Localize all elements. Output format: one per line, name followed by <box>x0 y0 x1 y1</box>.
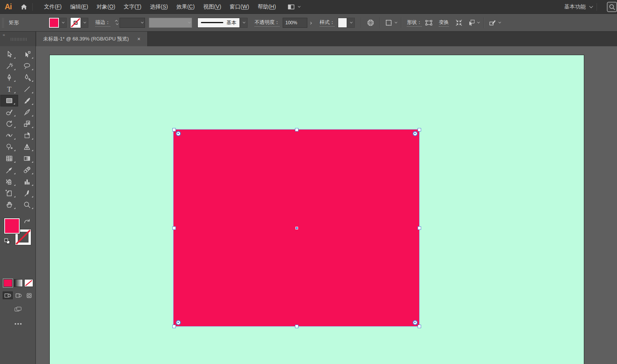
direct-selection-tool[interactable] <box>18 49 36 60</box>
rectangle-tool[interactable] <box>0 95 18 106</box>
fill-proxy-swatch[interactable] <box>4 218 20 234</box>
free-transform-tool[interactable] <box>18 130 36 141</box>
mesh-tool[interactable] <box>0 153 18 164</box>
puppet-warp-tool[interactable] <box>0 141 18 153</box>
menu-item[interactable]: 对象(O) <box>93 3 120 10</box>
type-tool[interactable] <box>0 83 18 95</box>
shaper-icon <box>5 108 13 116</box>
brush-definition-dropdown[interactable]: 基本 <box>197 18 240 28</box>
live-corner-widget[interactable] <box>413 131 418 136</box>
gradient-button[interactable] <box>14 279 23 287</box>
style-panel-link[interactable]: 样式： <box>320 19 335 27</box>
menu-item[interactable]: 编辑(E) <box>66 3 93 10</box>
collapse-panel-button[interactable]: « <box>3 32 5 37</box>
selection-handle[interactable] <box>172 128 176 131</box>
swap-arrow-icon <box>23 217 31 225</box>
document-tab[interactable]: 未标题-1* @ 68.39% (RGB/GPU 预览) × <box>36 32 148 46</box>
knife-tool[interactable] <box>18 106 36 118</box>
center-point-widget[interactable] <box>295 227 298 229</box>
shaper-tool[interactable] <box>0 106 18 118</box>
column-graph-tool[interactable] <box>18 176 36 187</box>
curvature-tool[interactable] <box>18 72 36 83</box>
draw-inside-icon <box>25 292 33 299</box>
selection-handle[interactable] <box>172 226 176 230</box>
collapse-handles-button[interactable] <box>455 19 463 27</box>
live-corner-widget[interactable] <box>176 131 181 136</box>
scale-tool[interactable] <box>18 118 36 130</box>
panel-grip[interactable] <box>11 38 28 41</box>
isolate-draw-button[interactable] <box>489 19 500 27</box>
gradient-tool[interactable] <box>18 153 36 164</box>
selection-tool[interactable] <box>0 49 18 60</box>
selection-handle[interactable] <box>418 226 421 230</box>
arrange-documents-button[interactable] <box>287 3 300 11</box>
graphic-style-swatch[interactable] <box>338 18 347 28</box>
stroke-width-stepper[interactable] <box>113 20 120 25</box>
screen-mode-icon <box>14 305 22 313</box>
default-fill-stroke-button[interactable] <box>3 238 10 244</box>
home-button[interactable] <box>20 3 28 11</box>
recolor-artwork-button[interactable] <box>367 19 374 27</box>
lasso-tool[interactable] <box>18 60 36 72</box>
menu-item[interactable]: 文字(T) <box>120 3 146 10</box>
ellipsis-icon <box>15 323 16 325</box>
eyedropper-tool[interactable] <box>0 164 18 176</box>
live-corner-widget[interactable] <box>413 320 418 325</box>
width-tool[interactable] <box>0 130 18 141</box>
draw-inside-button[interactable] <box>24 292 34 299</box>
stroke-panel-link[interactable]: 描边： <box>95 19 110 27</box>
menu-item[interactable]: 选择(S) <box>146 3 172 10</box>
draw-behind-button[interactable] <box>13 292 24 299</box>
tab-close-button[interactable]: × <box>136 36 142 42</box>
fill-color-dropdown-button[interactable] <box>59 18 67 28</box>
pen-tool[interactable] <box>0 72 18 83</box>
live-corner-widget[interactable] <box>176 320 181 325</box>
fill-color-swatch[interactable] <box>49 18 59 28</box>
brush-dropdown-button[interactable] <box>240 18 248 28</box>
blend-tool[interactable] <box>18 164 36 176</box>
style-dropdown-button[interactable] <box>347 18 355 28</box>
zoom-tool[interactable] <box>18 199 36 211</box>
canvas-pasteboard[interactable] <box>36 46 617 364</box>
align-options-button[interactable] <box>385 19 396 27</box>
line-segment-tool[interactable] <box>18 83 36 95</box>
select-similar-button[interactable] <box>467 19 479 27</box>
selection-handle[interactable] <box>295 128 298 131</box>
menu-item[interactable]: 视图(V) <box>199 3 226 10</box>
edit-toolbar-button[interactable] <box>0 323 36 325</box>
slice-tool[interactable] <box>18 187 36 199</box>
shape-properties-button[interactable] <box>425 19 433 27</box>
control-bar-grip[interactable] <box>2 18 4 28</box>
draw-normal-button[interactable] <box>3 292 13 299</box>
search-button[interactable] <box>607 2 617 12</box>
stroke-color-dropdown-button[interactable] <box>81 18 88 28</box>
opacity-panel-link[interactable]: 不透明度： <box>255 19 280 27</box>
menu-item[interactable]: 效果(C) <box>172 3 199 10</box>
menu-item[interactable]: 文件(F) <box>40 3 66 10</box>
hand-tool[interactable] <box>0 199 18 211</box>
change-screen-mode-button[interactable] <box>0 305 36 313</box>
shape-panel-link[interactable]: 形状： <box>407 19 422 27</box>
symbol-sprayer-tool[interactable] <box>0 176 18 187</box>
menu-item[interactable]: 窗口(W) <box>226 3 254 10</box>
paintbrush-tool[interactable] <box>18 95 36 106</box>
color-button[interactable] <box>3 279 12 287</box>
stroke-color-swatch-none[interactable] <box>71 18 81 28</box>
opacity-input[interactable]: 100% <box>283 18 307 28</box>
magic-wand-tool[interactable] <box>0 60 18 72</box>
perspective-grid-tool[interactable] <box>18 141 36 153</box>
selection-handle[interactable] <box>418 325 421 328</box>
workspace-switcher[interactable]: 基本功能 <box>564 3 592 10</box>
drawing-modes <box>0 292 36 299</box>
swap-fill-stroke-button[interactable] <box>23 217 30 224</box>
selection-handle[interactable] <box>418 128 421 131</box>
stroke-width-dropdown[interactable] <box>120 18 145 28</box>
rotate-tool[interactable] <box>0 118 18 130</box>
none-button[interactable] <box>24 279 33 287</box>
artboard-tool[interactable] <box>0 187 18 199</box>
opacity-expand-button[interactable] <box>307 18 314 28</box>
transform-panel-link[interactable]: 变换 <box>439 19 449 27</box>
selection-handle[interactable] <box>295 325 298 328</box>
selection-handle[interactable] <box>172 325 176 328</box>
menu-item[interactable]: 帮助(H) <box>253 3 280 10</box>
